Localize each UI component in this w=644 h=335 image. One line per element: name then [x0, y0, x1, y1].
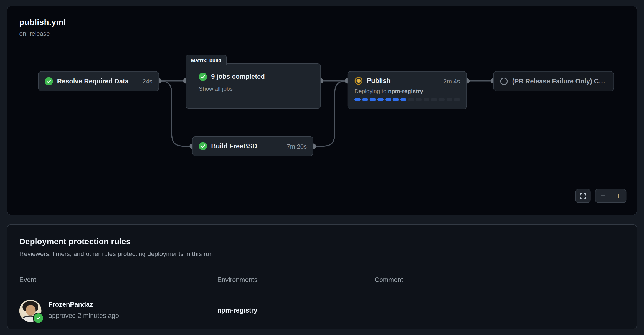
job-label: Resolve Required Data	[57, 77, 138, 85]
deploy-prefix: Deploying to	[354, 88, 388, 95]
progress-segment	[393, 98, 399, 101]
pending-circle-icon	[500, 77, 508, 85]
progress-segment	[431, 98, 437, 101]
progress-segment	[362, 98, 368, 101]
workflow-title: publish.yml	[19, 18, 66, 27]
matrix-status-label: 9 jobs completed	[211, 73, 314, 81]
job-duration: 2m 4s	[443, 77, 460, 84]
workflow-header: publish.yml on: release	[19, 18, 66, 37]
job-label: Publish	[367, 77, 439, 85]
workflow-trigger: on: release	[19, 30, 66, 37]
rules-title: Deployment protection rules	[19, 237, 213, 246]
job-label: (PR Release Failure Only) Cre…	[512, 77, 608, 85]
environment-name: npm-registry	[217, 307, 257, 314]
progress-segment	[408, 98, 414, 101]
job-label: Build FreeBSD	[211, 143, 282, 150]
progress-segment	[385, 98, 391, 101]
column-header-comment: Comment	[375, 276, 403, 284]
progress-segment	[454, 98, 460, 101]
job-node-matrix-build[interactable]: 9 jobs completed Show all jobs	[186, 63, 321, 109]
zoom-control: − +	[595, 189, 627, 203]
progress-segment	[354, 98, 361, 101]
check-circle-icon	[45, 77, 53, 85]
check-circle-icon	[199, 142, 207, 150]
column-header-environments: Environments	[217, 276, 257, 284]
progress-segment	[370, 98, 376, 101]
job-node-pr-release-failure[interactable]: (PR Release Failure Only) Cre…	[493, 71, 614, 91]
zoom-out-button[interactable]: −	[595, 189, 610, 202]
deploy-environment: npm-registry	[388, 88, 423, 95]
progress-segment	[446, 98, 452, 101]
expand-corners-icon	[580, 193, 586, 199]
progress-segment	[400, 98, 407, 101]
zoom-in-button[interactable]: +	[611, 189, 626, 202]
in-progress-icon	[354, 77, 363, 85]
show-all-jobs-link[interactable]: Show all jobs	[199, 85, 233, 92]
job-duration: 24s	[143, 78, 153, 85]
matrix-tab: Matrix: build	[186, 55, 227, 65]
job-node-build-freebsd[interactable]: Build FreeBSD 7m 20s	[192, 136, 313, 156]
deploy-target-line: Deploying to npm-registry	[354, 88, 460, 95]
page: publish.yml on: release	[0, 0, 644, 335]
job-duration: 7m 20s	[286, 143, 307, 150]
progress-segment	[377, 98, 384, 101]
reviewer-name: FrozenPandaz	[49, 301, 93, 308]
approved-badge-icon	[33, 313, 44, 324]
job-node-publish[interactable]: Publish 2m 4s Deploying to npm-registry	[348, 71, 467, 109]
approval-status: approved 2 minutes ago	[49, 312, 119, 319]
publish-status-row: Publish 2m 4s	[354, 77, 460, 85]
column-header-event: Event	[19, 276, 36, 284]
fullscreen-button[interactable]	[575, 189, 591, 203]
progress-segment	[423, 98, 429, 101]
matrix-tab-label: Matrix: build	[191, 57, 222, 63]
rules-header: Deployment protection rules Reviewers, t…	[19, 237, 213, 257]
workflow-edges	[7, 6, 638, 215]
publish-progress-bar	[354, 98, 460, 101]
workflow-graph-panel: publish.yml on: release	[7, 6, 637, 215]
table-row: FrozenPandaz approved 2 minutes ago npm-…	[7, 291, 637, 329]
rules-subtitle: Reviewers, timers, and other rules prote…	[19, 250, 213, 258]
progress-segment	[416, 98, 422, 101]
job-node-resolve-required-data[interactable]: Resolve Required Data 24s	[38, 71, 159, 91]
matrix-status-row: 9 jobs completed	[199, 73, 314, 81]
progress-segment	[439, 98, 445, 101]
deployment-protection-panel: Deployment protection rules Reviewers, t…	[7, 224, 637, 329]
check-circle-icon	[199, 73, 207, 81]
